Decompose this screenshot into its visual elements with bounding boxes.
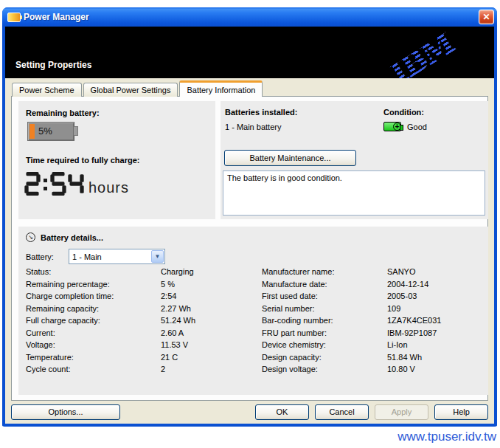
detail-value: 2 <box>161 365 195 373</box>
battery-information-page: Remaining battery: 5% Time required to f… <box>11 96 488 401</box>
detail-label: Current: <box>26 328 161 337</box>
detail-label: Status: <box>26 267 161 276</box>
detail-label: Manufacture date: <box>262 280 387 289</box>
detail-label: First used date: <box>262 292 387 300</box>
battery-percent: 5% <box>38 125 52 137</box>
detail-value: 11.53 V <box>161 340 195 349</box>
tab-power-scheme[interactable]: Power Scheme <box>12 83 82 97</box>
detail-value: 21 C <box>161 353 195 362</box>
condition-message-box: The battery is in good condition. <box>223 170 485 216</box>
detail-value: SANYO <box>387 267 441 276</box>
cancel-button[interactable]: Cancel <box>315 404 369 420</box>
detail-label: Full charge capacity: <box>26 316 161 325</box>
detail-value: 2.27 Wh <box>161 304 195 313</box>
batteries-installed-value: 1 - Main battery <box>225 123 281 131</box>
detail-label: Bar-coding number: <box>262 316 387 325</box>
page: Power Manager ✕ Setting Properties IBM P… <box>0 0 500 448</box>
detail-value: IBM-92P1087 <box>387 328 441 337</box>
tabstrip: Power Scheme Global Power Settings Batte… <box>5 78 494 97</box>
watermark: www.tpuser.idv.tw <box>397 430 496 444</box>
detail-label: Voltage: <box>26 340 161 349</box>
remaining-battery-panel: Remaining battery: 5% Time required to f… <box>18 101 215 219</box>
detail-value: 109 <box>387 304 441 313</box>
detail-value: 51.84 Wh <box>387 353 441 362</box>
apply-button[interactable]: Apply <box>375 404 428 420</box>
detail-label: Charge completion time: <box>26 292 161 300</box>
ibm-logo: IBM <box>386 29 458 78</box>
battery-select-value: 1 - Main <box>69 252 150 261</box>
condition-plus-icon: + <box>393 123 401 131</box>
window-title: Power Manager <box>24 12 89 22</box>
battery-select[interactable]: 1 - Main ▼ <box>69 249 165 264</box>
footer-buttons: Options... OK Cancel Apply Help <box>11 404 488 420</box>
lcd-time-unit: hours <box>88 179 129 196</box>
detail-value: 51.24 Wh <box>161 316 195 325</box>
options-button[interactable]: Options... <box>11 404 120 420</box>
banner: Setting Properties IBM <box>5 27 494 78</box>
chevron-down-icon: ▼ <box>151 250 164 263</box>
battery-maintenance-button[interactable]: Battery Maintenance... <box>224 150 356 166</box>
detail-value: 2:54 <box>161 292 195 300</box>
battery-details-panel: ↘ Battery details... Battery: 1 - Main ▼… <box>18 227 488 395</box>
detail-label: Design capacity: <box>262 353 387 362</box>
batteries-installed-label: Batteries installed: <box>225 108 297 117</box>
battery-details-title: Battery details... <box>41 233 103 242</box>
tab-battery-information[interactable]: Battery Information <box>179 80 263 97</box>
expand-arrow-icon: ↘ <box>26 232 35 242</box>
battery-fill <box>29 124 35 139</box>
detail-label: Serial number: <box>262 304 387 313</box>
detail-value: 5 % <box>161 280 195 289</box>
condition-value: Good <box>407 123 427 131</box>
detail-label: Device chemistry: <box>262 340 387 349</box>
detail-label: Remaining capacity: <box>26 304 161 313</box>
condition-battery-icon: + <box>383 122 401 131</box>
battery-details-header[interactable]: ↘ Battery details... <box>26 232 103 242</box>
titlebar[interactable]: Power Manager ✕ <box>2 7 497 27</box>
battery-nub <box>74 126 78 136</box>
detail-label: Remaining percentage: <box>26 280 161 289</box>
detail-value: Li-Ion <box>387 340 441 349</box>
page-title: Setting Properties <box>15 60 91 70</box>
charge-time-label: Time required to fully charge: <box>26 156 139 165</box>
detail-label: Temperature: <box>26 353 161 362</box>
battery-level-icon: 5% <box>27 122 74 141</box>
ok-button[interactable]: OK <box>255 404 309 420</box>
remaining-battery-label: Remaining battery: <box>26 108 100 117</box>
close-icon[interactable]: ✕ <box>479 10 494 24</box>
detail-value: Charging <box>161 267 195 276</box>
detail-value: 1ZA7K4CE031 <box>387 316 441 325</box>
detail-label: Manufacturer name: <box>262 267 387 276</box>
detail-value: 10.80 V <box>387 365 441 373</box>
detail-value: 2005-03 <box>387 292 441 300</box>
details-grid-left: Status:Charging Remaining percentage:5 %… <box>26 267 195 377</box>
battery-select-label: Battery: <box>26 252 54 261</box>
details-grid-right: Manufacturer name:SANYO Manufacture date… <box>262 267 441 377</box>
battery-app-icon <box>7 13 21 22</box>
battery-status-panel: Batteries installed: 1 - Main battery Co… <box>221 101 488 219</box>
detail-value: 2004-12-14 <box>387 280 441 289</box>
power-manager-window: Power Manager ✕ Setting Properties IBM P… <box>2 7 497 427</box>
detail-label: Design voltage: <box>262 365 387 373</box>
condition-label: Condition: <box>383 108 424 117</box>
detail-label: Cycle count: <box>26 365 161 373</box>
detail-label: FRU part number: <box>262 328 387 337</box>
detail-value: 2.60 A <box>161 328 195 337</box>
tab-global-power-settings[interactable]: Global Power Settings <box>83 83 178 97</box>
lcd-time <box>24 172 84 196</box>
help-button[interactable]: Help <box>434 404 488 420</box>
